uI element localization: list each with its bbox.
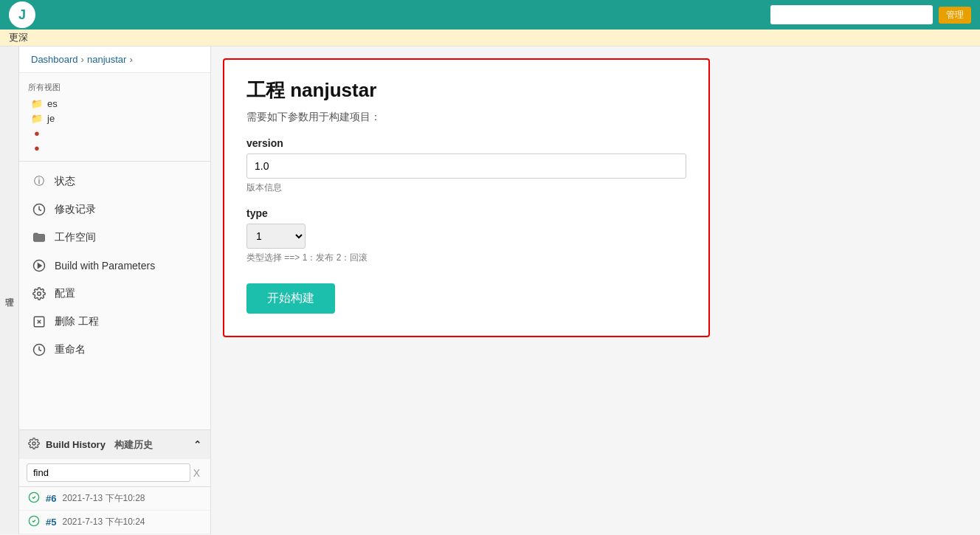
build-time-5: 2021-7-13 下午10:24 — [62, 516, 145, 528]
search-input[interactable] — [770, 5, 933, 24]
build-history-header: Build History 构建历史 ⌃ — [19, 430, 210, 459]
nav-tree-item-red2[interactable]: ● — [19, 140, 210, 155]
svg-point-8 — [32, 442, 35, 445]
nav-tree-item-red1[interactable]: ● — [19, 125, 210, 140]
build-button[interactable]: 开始构建 — [246, 283, 335, 314]
build-history-search-clear[interactable]: X — [190, 467, 203, 479]
play-icon — [31, 258, 47, 274]
sidebar-item-workspace-label: 工作空间 — [55, 231, 96, 244]
build-history-gear-icon — [28, 438, 40, 452]
sidebar: Dashboard › nanjustar › 所有视图 📁 es 📁 je ●… — [19, 46, 211, 534]
nav-tree-item-es[interactable]: 📁 es — [19, 96, 210, 111]
build-history-list: #6 2021-7-13 下午10:28 #5 2021-7-13 下午10:2… — [19, 487, 210, 534]
param-group-type: type 1 2 类型选择 ==> 1：发布 2：回滚 — [246, 207, 686, 264]
nav-tree-section-label: 所有视图 — [19, 79, 210, 96]
info-icon: ⓘ — [31, 173, 47, 190]
sidebar-item-delete[interactable]: 删除 工程 — [19, 308, 210, 336]
build-number-6: #6 — [46, 493, 56, 504]
logo: J — [9, 1, 35, 28]
build-history-section: Build History 构建历史 ⌃ X #6 2021-7-13 下午10… — [19, 429, 210, 534]
red-circle-icon-2: ● — [31, 142, 43, 153]
build-history-title: Build History — [46, 439, 106, 450]
build-time-6: 2021-7-13 下午10:28 — [62, 492, 145, 505]
sidebar-item-history[interactable]: 修改记录 — [19, 196, 210, 224]
build-item-5[interactable]: #5 2021-7-13 下午10:24 — [19, 511, 210, 534]
sidebar-item-delete-label: 删除 工程 — [55, 315, 99, 328]
notice-bar: 更深 — [0, 30, 980, 46]
breadcrumb-dashboard[interactable]: Dashboard — [31, 54, 78, 65]
build-history-title-cn: 构建历史 — [114, 438, 153, 452]
red-circle-icon-1: ● — [31, 127, 43, 139]
sidebar-item-rename-label: 重命名 — [55, 343, 86, 356]
panel-title: 工程 nanjustar — [246, 77, 686, 103]
param-desc-type: 类型选择 ==> 1：发布 2：回滚 — [246, 252, 686, 264]
build-item-6[interactable]: #6 2021-7-13 下午10:28 — [19, 487, 210, 511]
svg-marker-2 — [38, 263, 42, 268]
folder-icon-je: 📁 — [31, 112, 43, 124]
sidebar-item-history-label: 修改记录 — [55, 203, 96, 216]
build-history-search-input[interactable] — [27, 463, 190, 482]
manage-button[interactable]: 管理 — [939, 7, 971, 24]
sidebar-item-status-label: 状态 — [55, 175, 75, 188]
sidebar-nav: ⓘ 状态 修改记录 工作空间 Build with Parameters — [19, 161, 210, 370]
sidebar-item-build-params[interactable]: Build with Parameters — [19, 252, 210, 280]
sidebar-item-status[interactable]: ⓘ 状态 — [19, 168, 210, 196]
top-bar: J 管理 — [0, 0, 980, 30]
build-params-panel: 工程 nanjustar 需要如下参数用于构建项目： version 版本信息 … — [223, 58, 710, 337]
manage-bar[interactable]: 管理 — [0, 46, 19, 534]
sidebar-item-config-label: 配置 — [55, 287, 75, 300]
rename-icon — [31, 342, 47, 358]
sidebar-item-config[interactable]: 配置 — [19, 280, 210, 308]
sidebar-item-build-params-label: Build with Parameters — [55, 260, 155, 272]
top-search-area: 管理 — [770, 5, 971, 24]
svg-point-3 — [38, 292, 41, 296]
build-success-icon-5 — [28, 515, 40, 529]
sidebar-item-rename[interactable]: 重命名 — [19, 336, 210, 364]
param-desc-version: 版本信息 — [246, 182, 686, 194]
build-history-search-bar: X — [19, 459, 210, 487]
breadcrumb: Dashboard › nanjustar › — [19, 46, 210, 73]
breadcrumb-nanjustar[interactable]: nanjustar — [87, 54, 126, 65]
panel-subtitle: 需要如下参数用于构建项目： — [246, 111, 686, 124]
folder-icon-es: 📁 — [31, 97, 43, 109]
param-label-type: type — [246, 207, 686, 219]
param-group-version: version 版本信息 — [246, 137, 686, 194]
gear-icon — [31, 286, 47, 302]
nav-tree-item-je[interactable]: 📁 je — [19, 111, 210, 125]
nav-tree: 所有视图 📁 es 📁 je ● ● — [19, 73, 210, 161]
build-number-5: #5 — [46, 517, 56, 528]
sidebar-item-workspace[interactable]: 工作空间 — [19, 224, 210, 252]
build-history-toggle[interactable]: ⌃ — [193, 439, 201, 450]
main-container: 管理 Dashboard › nanjustar › 所有视图 📁 es 📁 j… — [0, 46, 980, 534]
build-success-icon-6 — [28, 491, 40, 505]
param-label-version: version — [246, 137, 686, 149]
param-select-type[interactable]: 1 2 — [246, 224, 306, 249]
content-area: 工程 nanjustar 需要如下参数用于构建项目： version 版本信息 … — [211, 46, 980, 534]
workspace-folder-icon — [31, 229, 47, 246]
delete-icon — [31, 314, 47, 330]
history-icon — [31, 201, 47, 218]
param-input-version[interactable] — [246, 153, 686, 179]
